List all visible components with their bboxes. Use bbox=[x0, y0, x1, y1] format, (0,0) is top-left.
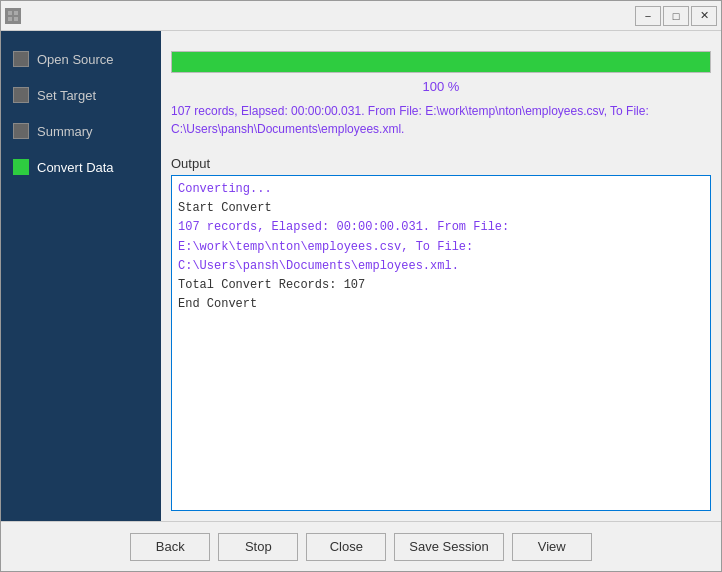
stop-button[interactable]: Stop bbox=[218, 533, 298, 561]
title-bar-controls: − □ ✕ bbox=[635, 6, 717, 26]
output-line: End Convert bbox=[178, 295, 704, 314]
save-session-button[interactable]: Save Session bbox=[394, 533, 504, 561]
svg-rect-1 bbox=[14, 11, 18, 15]
output-line: Start Convert bbox=[178, 199, 704, 218]
svg-rect-3 bbox=[14, 17, 18, 21]
main-content: Open Source Set Target Summary Convert D… bbox=[1, 31, 721, 521]
sidebar-label-summary: Summary bbox=[37, 124, 93, 139]
back-button[interactable]: Back bbox=[130, 533, 210, 561]
sidebar-item-set-target[interactable]: Set Target bbox=[1, 77, 161, 113]
step-icon-set-target bbox=[13, 87, 29, 103]
sidebar-label-open-source: Open Source bbox=[37, 52, 114, 67]
output-label: Output bbox=[171, 156, 711, 171]
main-window: − □ ✕ Open Source Set Target Summary Con… bbox=[0, 0, 722, 572]
output-line: Total Convert Records: 107 bbox=[178, 276, 704, 295]
svg-rect-2 bbox=[8, 17, 12, 21]
title-bar: − □ ✕ bbox=[1, 1, 721, 31]
maximize-button[interactable]: □ bbox=[663, 6, 689, 26]
sidebar-label-set-target: Set Target bbox=[37, 88, 96, 103]
right-panel: 100 % 107 records, Elapsed: 00:00:00.031… bbox=[161, 31, 721, 521]
minimize-button[interactable]: − bbox=[635, 6, 661, 26]
step-icon-summary bbox=[13, 123, 29, 139]
progress-section: 100 % 107 records, Elapsed: 00:00:00.031… bbox=[171, 41, 711, 148]
progress-bar-container bbox=[171, 51, 711, 73]
view-button[interactable]: View bbox=[512, 533, 592, 561]
sidebar-label-convert-data: Convert Data bbox=[37, 160, 114, 175]
progress-info-line2: C:\Users\pansh\Documents\employees.xml. bbox=[171, 122, 404, 136]
progress-info-line1: 107 records, Elapsed: 00:00:00.031. From… bbox=[171, 104, 649, 118]
progress-percent: 100 % bbox=[171, 79, 711, 94]
progress-info: 107 records, Elapsed: 00:00:00.031. From… bbox=[171, 102, 711, 138]
sidebar: Open Source Set Target Summary Convert D… bbox=[1, 31, 161, 521]
close-window-button[interactable]: ✕ bbox=[691, 6, 717, 26]
sidebar-item-convert-data[interactable]: Convert Data bbox=[1, 149, 161, 185]
sidebar-item-summary[interactable]: Summary bbox=[1, 113, 161, 149]
title-bar-left bbox=[5, 8, 21, 24]
app-icon bbox=[5, 8, 21, 24]
svg-rect-0 bbox=[8, 11, 12, 15]
step-icon-convert-data bbox=[13, 159, 29, 175]
bottom-bar: Back Stop Close Save Session View bbox=[1, 521, 721, 571]
output-line: 107 records, Elapsed: 00:00:00.031. From… bbox=[178, 218, 704, 276]
close-button[interactable]: Close bbox=[306, 533, 386, 561]
output-box[interactable]: Converting...Start Convert107 records, E… bbox=[171, 175, 711, 511]
output-section: Output Converting...Start Convert107 rec… bbox=[171, 156, 711, 511]
progress-bar-fill bbox=[172, 52, 710, 72]
sidebar-item-open-source[interactable]: Open Source bbox=[1, 41, 161, 77]
step-icon-open-source bbox=[13, 51, 29, 67]
output-line: Converting... bbox=[178, 180, 704, 199]
